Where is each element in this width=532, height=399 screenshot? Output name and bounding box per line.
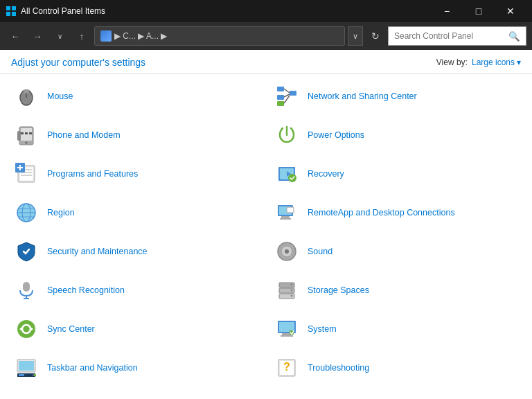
maximize-button[interactable]: □ (463, 0, 495, 22)
up-button[interactable]: ↑ (72, 26, 91, 46)
view-by-label: View by: (436, 57, 468, 67)
troubleshooting-icon: ? (273, 354, 301, 382)
svg-rect-62 (281, 335, 293, 337)
control-item-taskbar-navigation[interactable]: Taskbar and Navigation (6, 348, 266, 387)
navigation-bar: ← → ∨ ↑ ▶ C... ▶ A... ▶ ∨ ↻ 🔍 (0, 22, 532, 50)
view-by-section: View by: Large icons ▾ (436, 57, 521, 67)
control-item-mouse[interactable]: Mouse (6, 77, 266, 116)
svg-point-55 (291, 295, 293, 297)
svg-point-53 (291, 284, 293, 286)
svg-point-46 (285, 249, 289, 254)
mouse-label: Mouse (47, 91, 73, 102)
search-icon[interactable]: 🔍 (508, 31, 520, 42)
svg-rect-3 (12, 12, 16, 16)
security-maintenance-icon (12, 238, 40, 265)
system-icon (273, 315, 301, 343)
title-bar: All Control Panel Items − □ ✕ (0, 0, 532, 22)
region-label: Region (47, 207, 75, 218)
minimize-button[interactable]: − (431, 0, 463, 22)
sync-center-label: Sync Center (47, 323, 95, 335)
svg-rect-65 (19, 361, 34, 371)
power-options-icon (273, 121, 301, 149)
svg-rect-40 (281, 216, 290, 218)
network-sharing-label: Network and Sharing Center (308, 91, 417, 102)
svg-rect-69 (34, 374, 36, 376)
taskbar-navigation-label: Taskbar and Navigation (47, 362, 138, 373)
security-maintenance-label: Security and Maintenance (47, 246, 148, 257)
svg-rect-17 (17, 131, 21, 141)
refresh-button[interactable]: ↻ (366, 26, 385, 46)
app-icon (6, 6, 17, 17)
recovery-icon (273, 160, 301, 188)
sync-center-icon (12, 315, 40, 343)
control-item-security-maintenance[interactable]: Security and Maintenance (6, 232, 266, 271)
control-item-phone-modem[interactable]: Phone and Modem (6, 116, 266, 154)
svg-rect-8 (277, 95, 284, 100)
content-header: Adjust your computer's settings View by:… (0, 50, 532, 74)
forward-button[interactable]: → (28, 26, 47, 46)
sound-label: Sound (308, 246, 332, 257)
svg-point-16 (26, 142, 28, 144)
control-item-system[interactable]: System (266, 310, 526, 348)
svg-rect-18 (21, 132, 24, 134)
svg-rect-0 (6, 6, 10, 10)
window-controls: − □ ✕ (431, 0, 526, 22)
network-sharing-icon (273, 82, 301, 110)
svg-rect-41 (280, 218, 291, 220)
address-text: ▶ C... ▶ A... ▶ (114, 31, 167, 41)
system-label: System (308, 323, 337, 335)
address-bar[interactable]: ▶ C... ▶ A... ▶ (94, 26, 345, 46)
svg-rect-1 (12, 6, 16, 10)
region-icon (12, 199, 40, 227)
mouse-icon (12, 82, 40, 110)
control-item-region[interactable]: Region (6, 193, 266, 232)
recovery-label: Recovery (308, 168, 344, 179)
svg-point-54 (291, 290, 293, 292)
remoteapp-label: RemoteApp and Desktop Connections (308, 207, 455, 218)
svg-rect-7 (277, 87, 284, 91)
close-button[interactable]: ✕ (495, 0, 526, 22)
address-bar-icon (100, 30, 112, 42)
svg-rect-19 (25, 132, 28, 134)
svg-text:?: ? (283, 361, 290, 373)
back-button[interactable]: ← (6, 26, 25, 46)
svg-rect-67 (19, 374, 24, 376)
remoteapp-icon (273, 199, 301, 227)
control-item-remoteapp[interactable]: RemoteApp and Desktop Connections (266, 193, 526, 232)
control-item-speech-recognition[interactable]: Speech Recognition (6, 271, 266, 310)
content-area: Adjust your computer's settings View by:… (0, 50, 532, 399)
control-item-programs-features[interactable]: Programs and Features (6, 154, 266, 193)
svg-rect-60 (279, 322, 294, 332)
speech-recognition-icon (12, 276, 40, 304)
svg-rect-47 (23, 282, 30, 292)
svg-rect-43 (287, 208, 293, 212)
control-item-sync-center[interactable]: Sync Center (6, 310, 266, 348)
programs-features-icon (12, 160, 40, 188)
storage-spaces-icon (273, 276, 301, 304)
phone-modem-label: Phone and Modem (47, 130, 121, 141)
power-options-label: Power Options (308, 130, 364, 141)
page-title: Adjust your computer's settings (11, 57, 145, 68)
phone-modem-icon (12, 121, 40, 149)
svg-rect-9 (290, 91, 296, 96)
svg-rect-12 (277, 101, 284, 106)
dropdown-recent-button[interactable]: ∨ (50, 26, 69, 46)
svg-rect-20 (29, 132, 32, 134)
search-bar[interactable]: 🔍 (388, 26, 526, 46)
control-item-storage-spaces[interactable]: Storage Spaces (266, 271, 526, 310)
control-item-power-options[interactable]: Power Options (266, 116, 526, 154)
sound-icon (273, 238, 301, 265)
speech-recognition-label: Speech Recognition (47, 285, 125, 296)
svg-line-10 (284, 89, 290, 93)
storage-spaces-label: Storage Spaces (308, 285, 369, 296)
view-option-button[interactable]: Large icons ▾ (472, 57, 521, 67)
control-item-sound[interactable]: Sound (266, 232, 526, 271)
svg-rect-2 (6, 12, 10, 16)
control-item-recovery[interactable]: Recovery (266, 154, 526, 193)
address-dropdown-button[interactable]: ∨ (348, 26, 363, 46)
troubleshooting-label: Troubleshooting (308, 362, 369, 373)
search-input[interactable] (394, 31, 508, 41)
control-item-network-sharing[interactable]: Network and Sharing Center (266, 77, 526, 116)
control-item-troubleshooting[interactable]: ?Troubleshooting (266, 348, 526, 387)
items-grid: MouseNetwork and Sharing CenterPhone and… (0, 74, 532, 390)
